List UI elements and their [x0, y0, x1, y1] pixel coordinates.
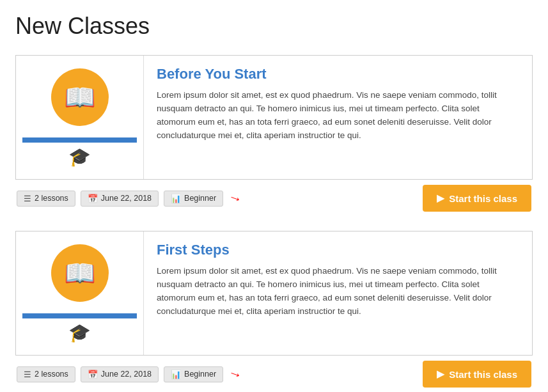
level-label-1: Beginner [184, 194, 216, 203]
card-content-1: Before You Start Lorem ipsum dolor sit a… [144, 56, 532, 179]
play-icon-2: ▶ [437, 368, 444, 380]
calendar-icon-1: 📅 [88, 194, 98, 203]
class-section-1: 📖 🎓 Before You Start Lorem ipsum dolor s… [15, 55, 533, 213]
card-thumbnail-1: 📖 🎓 [16, 56, 144, 179]
grad-cap-area-1: 🎓 [22, 143, 137, 173]
card-description-1: Lorem ipsum dolor sit amet, est ex quod … [157, 89, 519, 170]
meta-items-2: ☰ 2 lessons 📅 June 22, 2018 📊 Beginner → [17, 366, 242, 382]
meta-btn-row-2: ☰ 2 lessons 📅 June 22, 2018 📊 Beginner →… [15, 356, 533, 389]
card-content-2: First Steps Lorem ipsum dolor sit amet, … [144, 231, 532, 355]
level-label-2: Beginner [184, 370, 216, 379]
card-thumbnail-2: 📖 🎓 [16, 231, 144, 355]
calendar-icon-2: 📅 [88, 370, 98, 379]
card-description-2: Lorem ipsum dolor sit amet, est ex quod … [157, 265, 519, 346]
book-icon-2: 📖 [64, 258, 96, 288]
lessons-label-1: 2 lessons [35, 194, 68, 203]
class-section-2: 📖 🎓 First Steps Lorem ipsum dolor sit am… [15, 231, 533, 389]
course-icon-circle-1: 📖 [51, 68, 109, 126]
red-arrow-2: → [226, 364, 245, 384]
play-icon-1: ▶ [437, 192, 444, 204]
meta-btn-row-1: ☰ 2 lessons 📅 June 22, 2018 📊 Beginner →… [15, 180, 533, 213]
start-btn-label-1: Start this class [449, 193, 517, 204]
level-badge-2: 📊 Beginner [164, 366, 223, 382]
lessons-icon-2: ☰ [24, 370, 31, 379]
start-btn-label-2: Start this class [449, 369, 517, 380]
grad-cap-icon-2: 🎓 [68, 322, 91, 343]
date-badge-2: 📅 June 22, 2018 [81, 366, 159, 382]
class-card-1: 📖 🎓 Before You Start Lorem ipsum dolor s… [15, 55, 533, 180]
grad-cap-icon-1: 🎓 [68, 146, 91, 168]
date-label-1: June 22, 2018 [101, 194, 152, 203]
date-badge-1: 📅 June 22, 2018 [81, 191, 159, 207]
lessons-badge-1: ☰ 2 lessons [17, 191, 75, 207]
book-icon-1: 📖 [64, 82, 96, 113]
page-title: New Classes [15, 13, 533, 40]
blue-stripe-2 [22, 313, 137, 318]
red-arrow-1: → [226, 188, 245, 208]
grad-cap-area-2: 🎓 [22, 318, 137, 349]
card-title-1: Before You Start [157, 66, 519, 82]
start-class-button-2[interactable]: ▶ Start this class [423, 361, 531, 388]
card-title-2: First Steps [157, 242, 519, 258]
level-badge-1: 📊 Beginner [164, 191, 223, 207]
class-card-2: 📖 🎓 First Steps Lorem ipsum dolor sit am… [15, 231, 533, 356]
blue-stripe-1 [22, 137, 137, 143]
meta-items-1: ☰ 2 lessons 📅 June 22, 2018 📊 Beginner → [17, 190, 242, 207]
bar-chart-icon-2: 📊 [171, 370, 181, 379]
lessons-badge-2: ☰ 2 lessons [17, 366, 75, 382]
bar-chart-icon-1: 📊 [171, 194, 181, 203]
course-icon-circle-2: 📖 [51, 244, 109, 302]
lessons-label-2: 2 lessons [35, 370, 68, 379]
start-class-button-1[interactable]: ▶ Start this class [423, 185, 531, 212]
lessons-icon-1: ☰ [24, 194, 31, 203]
date-label-2: June 22, 2018 [101, 370, 152, 379]
